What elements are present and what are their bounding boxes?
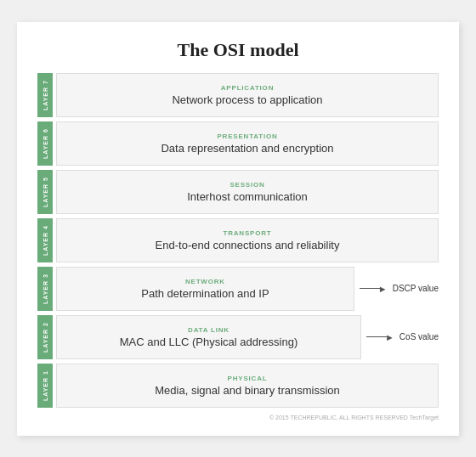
layer-content: PHYSICALMedia, signal and binary transmi… xyxy=(56,364,439,408)
layer-row: Layer 4TRANSPORTEnd-to-end connections a… xyxy=(37,218,439,262)
layer-content: DATA LINKMAC and LLC (Physical addressin… xyxy=(56,315,361,359)
arrow-head: ► xyxy=(378,284,388,294)
layer-badge: Layer 6 xyxy=(37,121,53,166)
layer-row: Layer 7APPLICATIONNetwork process to app… xyxy=(37,73,439,117)
layer-annotation: ► DSCP value xyxy=(360,284,439,294)
layer-content: NETWORKPath determination and IP xyxy=(56,267,354,311)
layer-badge: Layer 1 xyxy=(37,364,53,408)
layer-description: Network process to application xyxy=(172,93,322,106)
layer-sublabel: TRANSPORT xyxy=(224,229,272,237)
layer-sublabel: PRESENTATION xyxy=(217,133,277,140)
layer-content: PRESENTATIONData representation and encr… xyxy=(56,121,439,166)
layer-sublabel: PHYSICAL xyxy=(228,375,268,382)
layer-row: Layer 2DATA LINKMAC and LLC (Physical ad… xyxy=(37,315,439,359)
layers-list: Layer 7APPLICATIONNetwork process to app… xyxy=(37,73,439,408)
layer-content: APPLICATIONNetwork process to applicatio… xyxy=(56,73,439,117)
arrow-line: ► xyxy=(366,332,394,342)
layer-content: TRANSPORTEnd-to-end connections and reli… xyxy=(56,218,439,262)
layer-row: Layer 5SESSIONInterhost communication xyxy=(37,170,439,214)
arrow-head: ► xyxy=(385,332,394,342)
layer-row: Layer 6PRESENTATIONData representation a… xyxy=(37,121,439,166)
layer-sublabel: NETWORK xyxy=(185,278,225,285)
layer-content: SESSIONInterhost communication xyxy=(56,170,439,214)
layer-annotation: ► CoS value xyxy=(366,332,439,342)
layer-sublabel: DATA LINK xyxy=(188,326,230,334)
layer-description: Data representation and encryption xyxy=(161,142,333,155)
annotation-text: DSCP value xyxy=(393,284,439,293)
layer-description: End-to-end connections and reliability xyxy=(156,239,340,251)
arrow-line: ► xyxy=(360,284,388,294)
layer-description: Path determination and IP xyxy=(141,287,269,300)
layer-badge: Layer 3 xyxy=(37,267,53,311)
layer-row: Layer 3NETWORKPath determination and IP … xyxy=(37,267,439,311)
osi-model-card: The OSI model Layer 7APPLICATIONNetwork … xyxy=(17,22,459,436)
layer-sublabel: APPLICATION xyxy=(221,84,274,92)
layer-description: Media, signal and binary transmission xyxy=(155,384,340,397)
footer-text: © 2015 TECHREPUBLIC, ALL RIGHTS RESERVED… xyxy=(37,415,439,420)
layer-description: MAC and LLC (Physical addressing) xyxy=(120,336,298,348)
layer-description: Interhost communication xyxy=(187,190,308,203)
annotation-text: CoS value xyxy=(400,332,439,341)
layer-badge: Layer 4 xyxy=(37,218,53,262)
layer-badge: Layer 2 xyxy=(37,315,53,359)
layer-badge: Layer 5 xyxy=(37,170,53,214)
page-title: The OSI model xyxy=(37,39,439,61)
layer-sublabel: SESSION xyxy=(230,181,264,189)
layer-badge: Layer 7 xyxy=(37,73,53,117)
layer-row: Layer 1PHYSICALMedia, signal and binary … xyxy=(37,364,439,408)
